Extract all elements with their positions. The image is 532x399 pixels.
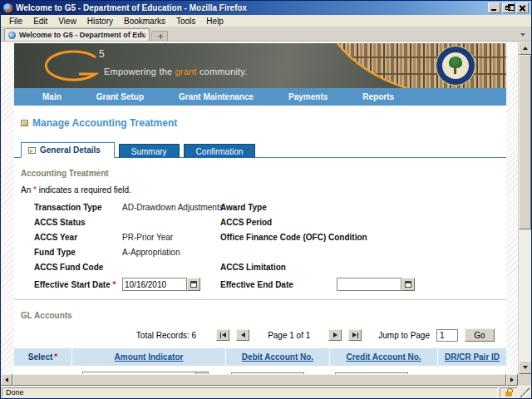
browser-window: Welcome to G5 - Department of Education … [0,0,532,399]
scroll-left-button[interactable] [1,374,12,386]
horizontal-scrollbar[interactable] [1,374,531,386]
first-page-icon [222,332,226,337]
scrollbar-corner [518,374,531,386]
bookshelf-image [311,43,506,88]
jump-to-page-label: Jump to Page [378,331,430,340]
list-tabs-button[interactable] [517,30,529,39]
field-value: A-Appropriation [122,248,220,257]
nav-item-main[interactable]: Main [42,92,62,101]
calendar-icon [190,281,197,288]
scroll-up-button[interactable] [519,42,531,55]
tab-summary[interactable]: Summary [119,144,180,158]
browser-tab-title: Welcome to G5 - Department of Edu... [19,31,145,39]
tab-label: Confirmation [196,147,244,156]
section-title-gl: GL Accounts [21,311,506,320]
page-area: 5 Empowering the grant community. [1,42,518,374]
page-viewport: 5 Empowering the grant community. [1,42,531,374]
browser-tab[interactable]: Welcome to G5 - Department of Edu... [4,28,150,41]
start-date-input[interactable] [122,278,187,291]
page-title: Manage Accounting Treatment [21,117,506,129]
menu-item-help[interactable]: Help [201,16,229,27]
menu-item-history[interactable]: History [82,16,118,27]
last-page-icon [352,332,357,337]
menu-item-bookmarks[interactable]: Bookmarks [119,16,170,27]
prev-page-icon [241,332,245,337]
tab-confirmation[interactable]: Confirmation [184,144,256,158]
restore-button[interactable] [502,2,515,13]
arrow-down-icon [523,366,528,369]
field-label-accs-fund-code: ACCS Fund Code [34,263,122,272]
menu-bar: FileEditViewHistoryBookmarksToolsHelp [1,15,531,27]
next-page-icon [333,332,337,337]
gl-table-header: Select* Amount Indicator Debit Account N… [14,348,506,366]
jump-to-page-input[interactable] [436,329,458,342]
calendar-icon [405,281,411,288]
gl-pager: Total Records: 6 Page 1 of 1 Jump to Pag… [14,328,495,342]
new-tab-button[interactable] [151,31,168,41]
total-records: Total Records: 6 [136,331,196,340]
resize-grip[interactable] [520,387,530,397]
horizontal-scroll-thumb[interactable] [12,374,506,386]
start-date-label: Effective Start Date * [34,280,122,289]
required-note: An * indicates a required field. [21,185,506,195]
menu-item-view[interactable]: View [53,16,81,27]
window-title: Welcome to G5 - Department of Education … [16,3,488,12]
first-page-button[interactable] [216,329,229,341]
menu-item-edit[interactable]: Edit [28,16,52,27]
nav-item-grant-maintenance[interactable]: Grant Maintenance [179,92,254,101]
arrow-right-icon [510,377,514,382]
g5-logo-sup: 5 [99,48,105,60]
menu-item-tools[interactable]: Tools [171,16,200,27]
section-title-accounting: Accounting Treatment [21,169,506,178]
page-favicon [8,32,16,39]
go-button[interactable]: Go [465,328,495,342]
col-pair-id[interactable]: DR/CR Pair ID [438,348,506,366]
field-label-office-finance-code-ofc-condition: Office Finance Code (OFC) Condition [220,233,337,242]
menu-item-file[interactable]: File [4,16,27,27]
chevron-down-icon [520,33,525,37]
arrow-left-icon [5,377,8,382]
security-lock-cell[interactable] [500,387,518,397]
page-tabs: General DetailsSummaryConfirmation [21,142,506,158]
banner-tagline: Empowering the grant community. [104,66,247,76]
browser-tab-bar: Welcome to G5 - Department of Edu... [1,27,531,42]
col-amount-indicator[interactable]: Amount Indicator [72,348,226,366]
tab-general-details[interactable]: General Details [21,142,115,158]
title-bar: Welcome to G5 - Department of Education … [1,1,531,15]
col-debit-account[interactable]: Debit Account No. [226,348,330,366]
col-credit-account[interactable]: Credit Account No. [330,348,438,366]
field-label-accs-limitation: ACCS Limitation [220,263,337,272]
start-date-calendar-button[interactable] [187,278,200,291]
amount-indicator-select[interactable]: NG-Negative [82,372,209,374]
credit-account-input[interactable] [335,372,408,375]
field-label-accs-year: ACCS Year [34,233,122,242]
main-nav: MainGrant SetupGrant MaintenancePayments… [14,88,506,106]
g5-logo: 5 [37,47,112,86]
next-page-button[interactable] [328,329,342,341]
page-info: Page 1 of 1 [268,331,310,340]
nav-item-reports[interactable]: Reports [362,92,394,101]
field-label-accs-period: ACCS Period [220,218,337,227]
scroll-right-button[interactable] [506,374,518,386]
prev-page-button[interactable] [236,329,249,341]
minimize-button[interactable] [488,2,500,13]
nav-item-grant-setup[interactable]: Grant Setup [96,92,144,101]
last-page-button[interactable] [348,329,362,341]
form-grid: Transaction TypeAD-Drawdown AdjustmentsA… [34,203,506,272]
row-select-radio[interactable] [38,374,49,375]
nav-item-payments[interactable]: Payments [288,92,328,101]
field-value: AD-Drawdown Adjustments [122,203,220,212]
dept-education-seal [436,47,475,85]
vertical-scroll-thumb[interactable] [519,55,531,229]
end-date-calendar-button[interactable] [401,278,415,291]
scroll-down-button[interactable] [519,361,531,374]
close-button[interactable] [516,2,529,13]
gl-table: Select* Amount Indicator Debit Account N… [14,348,506,374]
page-title-icon [21,120,28,126]
vertical-scrollbar[interactable] [518,42,531,374]
debit-account-input[interactable] [231,372,304,375]
status-bar: Done [1,386,531,398]
tab-label: Summary [131,147,167,156]
tab-arrow-icon [28,147,36,154]
end-date-input[interactable] [337,278,401,291]
